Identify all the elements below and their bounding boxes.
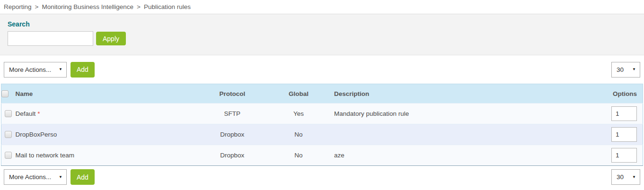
rule-description: Mandatory publication rule <box>334 104 582 124</box>
row-checkbox[interactable] <box>5 110 12 117</box>
search-label: Search <box>8 20 636 28</box>
toolbar-top: More Actions... ▼ Add 30 ▼ <box>0 55 644 84</box>
rule-protocol: Dropbox <box>202 124 263 145</box>
table-row: Default* SFTP Yes Mandatory publication … <box>1 104 643 124</box>
breadcrumb-item-publication-rules: Publication rules <box>144 3 191 10</box>
rule-global: Yes <box>263 104 334 124</box>
rule-name-cell: Mail to network team <box>16 145 202 166</box>
select-all-checkbox[interactable] <box>1 90 9 97</box>
table-header-row: Name Protocol Global Description Options <box>1 84 643 104</box>
rule-name: DropBoxPerso <box>16 131 57 138</box>
rule-name-cell: Default* <box>16 104 202 124</box>
rule-name: Mail to network team <box>16 152 75 159</box>
apply-button[interactable]: Apply <box>96 32 126 45</box>
table-row: Mail to network team Dropbox No aze <box>1 145 643 166</box>
breadcrumb: Reporting > Monitoring Business Intellig… <box>0 0 644 14</box>
column-header-protocol: Protocol <box>202 84 263 104</box>
options-count-input[interactable] <box>611 148 637 163</box>
rule-description: aze <box>334 145 582 166</box>
page-size-select-bottom-control[interactable]: 30 <box>611 169 640 185</box>
add-button-bottom[interactable]: Add <box>71 169 95 185</box>
page-size-select-top[interactable]: 30 ▼ <box>611 62 640 78</box>
breadcrumb-item-reporting[interactable]: Reporting <box>4 3 32 10</box>
rule-protocol: Dropbox <box>202 145 263 166</box>
rule-name: Default <box>16 110 36 117</box>
more-actions-select-top[interactable]: More Actions... ▼ <box>4 62 67 78</box>
rule-global: No <box>263 145 334 166</box>
rule-name-cell: DropBoxPerso <box>16 124 202 145</box>
rule-description <box>334 124 582 145</box>
add-button-top[interactable]: Add <box>71 62 95 78</box>
search-input[interactable] <box>8 31 93 46</box>
breadcrumb-item-monitoring-bi[interactable]: Monitoring Business Intelligence <box>42 3 133 10</box>
options-count-input[interactable] <box>611 106 637 121</box>
publication-rules-table: Name Protocol Global Description Options… <box>1 84 643 166</box>
rule-protocol: SFTP <box>202 104 263 124</box>
rule-global: No <box>263 124 334 145</box>
column-header-options: Options <box>582 84 643 104</box>
more-actions-select-bottom-control[interactable]: More Actions... <box>4 169 67 185</box>
page-size-select-bottom[interactable]: 30 ▼ <box>611 169 640 185</box>
required-asterisk: * <box>37 110 40 117</box>
more-actions-select-bottom[interactable]: More Actions... ▼ <box>4 169 67 185</box>
row-checkbox[interactable] <box>5 131 12 138</box>
column-header-global: Global <box>263 84 334 104</box>
breadcrumb-separator: > <box>35 3 39 10</box>
column-header-description: Description <box>334 84 582 104</box>
more-actions-select-top-control[interactable]: More Actions... <box>4 62 67 78</box>
breadcrumb-separator: > <box>137 3 141 10</box>
options-count-input[interactable] <box>611 127 637 142</box>
row-checkbox[interactable] <box>5 152 12 159</box>
search-panel: Search Apply <box>0 14 644 55</box>
table-row: DropBoxPerso Dropbox No <box>1 124 643 145</box>
page-size-select-top-control[interactable]: 30 <box>611 62 640 78</box>
column-header-name: Name <box>16 84 202 104</box>
toolbar-bottom: More Actions... ▼ Add 30 ▼ <box>0 166 644 188</box>
